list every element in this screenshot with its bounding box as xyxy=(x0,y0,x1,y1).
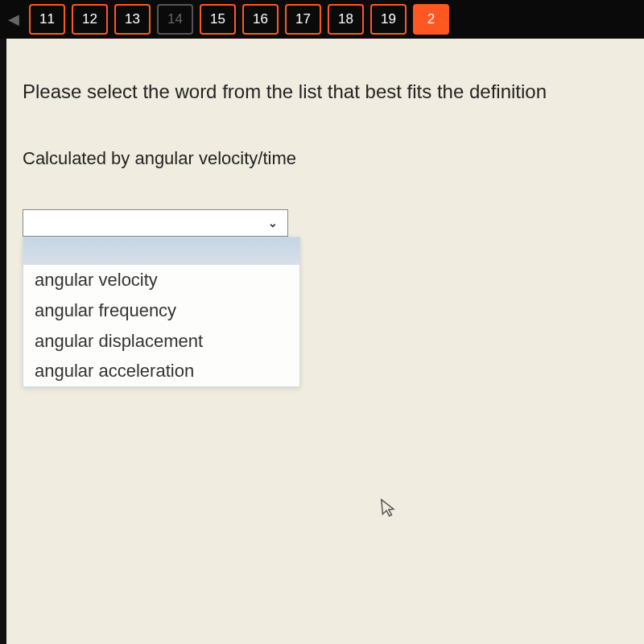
nav-tab-18[interactable]: 18 xyxy=(328,4,364,35)
nav-tab-14[interactable]: 14 xyxy=(157,4,193,35)
mouse-cursor-icon xyxy=(380,497,398,524)
nav-tab-13[interactable]: 13 xyxy=(114,4,151,35)
question-content: Please select the word from the list tha… xyxy=(6,39,644,644)
nav-tab-15[interactable]: 15 xyxy=(200,4,236,35)
nav-tab-11[interactable]: 11 xyxy=(29,4,65,35)
question-definition: Calculated by angular velocity/time xyxy=(23,148,628,169)
question-nav-bar: ◀ 11 12 13 14 15 16 17 18 19 2 xyxy=(0,0,644,39)
dropdown-option-1[interactable]: angular frequency xyxy=(23,295,299,326)
question-prompt: Please select the word from the list tha… xyxy=(23,79,628,104)
answer-dropdown[interactable]: ⌄ xyxy=(23,209,288,237)
nav-tab-19[interactable]: 19 xyxy=(370,4,407,35)
nav-tab-20[interactable]: 2 xyxy=(413,4,449,35)
chevron-down-icon: ⌄ xyxy=(268,217,278,229)
dropdown-option-0[interactable]: angular velocity xyxy=(23,265,299,295)
nav-tab-16[interactable]: 16 xyxy=(242,4,279,35)
dropdown-list: angular velocity angular frequency angul… xyxy=(23,237,300,387)
dropdown-option-blank[interactable] xyxy=(23,237,299,265)
nav-tab-17[interactable]: 17 xyxy=(285,4,321,35)
content-frame: Please select the word from the list tha… xyxy=(0,39,644,644)
nav-tab-12[interactable]: 12 xyxy=(72,4,108,35)
answer-dropdown-container: ⌄ angular velocity angular frequency ang… xyxy=(23,209,288,387)
nav-prev-icon[interactable]: ◀ xyxy=(5,10,23,28)
dropdown-option-3[interactable]: angular acceleration xyxy=(23,356,299,386)
dropdown-option-2[interactable]: angular displacement xyxy=(23,326,299,357)
